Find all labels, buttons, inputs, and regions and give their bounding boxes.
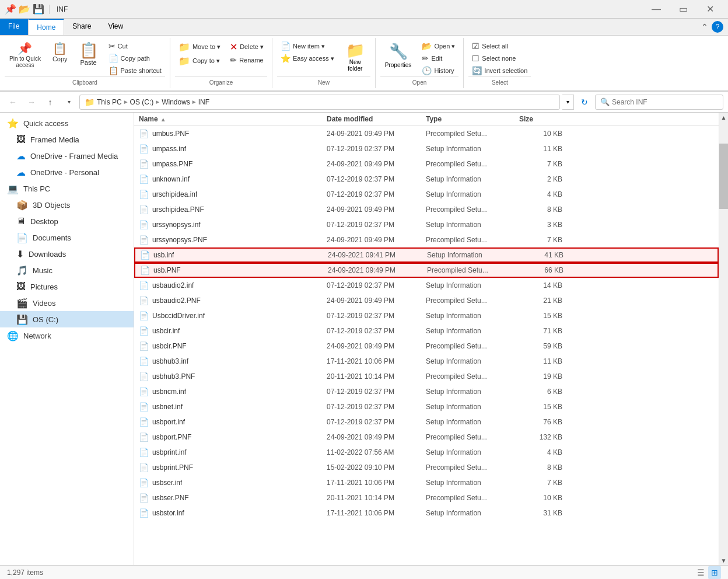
table-row[interactable]: 📄usbport.PNF24-09-2021 09:49 PMPrecompil… [134, 430, 719, 445]
table-row[interactable]: 📄usbser.inf17-11-2021 10:06 PMSetup Info… [134, 475, 719, 490]
select-none-button[interactable]: ☐ Select none [468, 53, 531, 64]
address-path[interactable]: 📁 This PC ► OS (C:) ► Windows ► INF [79, 95, 560, 110]
history-button[interactable]: 🕒 History [418, 65, 459, 76]
delete-button[interactable]: ✕ Delete ▾ [226, 40, 267, 54]
table-row[interactable]: 📄unknown.inf07-12-2019 02:37 PMSetup Inf… [134, 172, 719, 187]
sidebar-item-os-c[interactable]: 💾 OS (C:) [0, 311, 134, 327]
tab-home[interactable]: Home [28, 19, 64, 35]
close-button[interactable]: ✕ [696, 0, 723, 19]
path-inf[interactable]: INF [198, 98, 209, 106]
col-header-size[interactable]: Size [519, 115, 572, 123]
table-row[interactable]: 📄usbprint.PNF15-02-2022 09:10 PMPrecompi… [134, 460, 719, 475]
table-row[interactable]: 📄urssynopsys.inf07-12-2019 02:37 PMSetup… [134, 217, 719, 232]
up-button[interactable]: ↑ [42, 94, 58, 110]
table-row[interactable]: 📄urschipidea.PNF24-09-2021 09:49 PMPreco… [134, 202, 719, 217]
table-row[interactable]: 📄usbnet.inf07-12-2019 02:37 PMSetup Info… [134, 399, 719, 414]
table-row[interactable]: 📄UsbccidDriver.inf07-12-2019 02:37 PMSet… [134, 308, 719, 323]
select-all-button[interactable]: ☑ Select all [468, 40, 531, 52]
path-this-pc[interactable]: This PC [97, 98, 122, 106]
paste-shortcut-button[interactable]: 📋 Paste shortcut [105, 65, 165, 76]
pin-quick-access-button[interactable]: 📌 Pin to Quickaccess [5, 40, 46, 71]
path-windows[interactable]: Windows [162, 98, 190, 106]
sidebar-item-music[interactable]: 🎵 Music [0, 262, 134, 278]
details-view-button[interactable]: ☰ [694, 566, 707, 579]
file-size-cell: 10 KB [519, 494, 572, 502]
recent-locations-button[interactable]: ▾ [61, 94, 77, 110]
sidebar-item-videos[interactable]: 🎬 Videos [0, 295, 134, 311]
easy-access-button[interactable]: ⭐ Easy access ▾ [277, 53, 338, 64]
copy-path-button[interactable]: 📄 Copy path [105, 53, 165, 64]
scroll-up-button[interactable]: ▲ [719, 113, 728, 122]
refresh-button[interactable]: ↻ [576, 94, 593, 110]
table-row[interactable]: 📄usbhub3.inf17-11-2021 10:06 PMSetup Inf… [134, 354, 719, 369]
table-row[interactable]: 📄urssynopsys.PNF24-09-2021 09:49 PMPreco… [134, 232, 719, 247]
invert-selection-button[interactable]: 🔄 Invert selection [468, 65, 531, 76]
copy-to-button[interactable]: 📁 Copy to ▾ [175, 54, 224, 68]
sidebar-item-onedrive-framed[interactable]: ☁ OneDrive - Framed Media [0, 148, 134, 164]
table-row[interactable]: 📄usb.PNF24-09-2021 09:49 PMPrecompiled S… [134, 263, 719, 278]
forward-button[interactable]: → [23, 94, 40, 110]
minimize-button[interactable]: — [643, 0, 670, 19]
table-row[interactable]: 📄usbcir.inf07-12-2019 02:37 PMSetup Info… [134, 323, 719, 339]
search-input[interactable] [612, 98, 718, 106]
table-row[interactable]: 📄usbhub3.PNF20-11-2021 10:14 PMPrecompil… [134, 369, 719, 384]
new-item-button[interactable]: 📄 New item ▾ [277, 40, 338, 52]
table-row[interactable]: 📄umbus.PNF24-09-2021 09:49 PMPrecompiled… [134, 126, 719, 141]
table-row[interactable]: 📄usbaudio2.PNF24-09-2021 09:49 PMPrecomp… [134, 293, 719, 308]
list-view-button[interactable]: ⊞ [708, 566, 721, 579]
table-row[interactable]: 📄usb.inf24-09-2021 09:41 PMSetup Informa… [134, 247, 719, 263]
ribbon-group-select: ☑ Select all ☐ Select none 🔄 Invert sele… [464, 38, 536, 88]
chevron-up-icon[interactable]: ⌃ [701, 22, 708, 32]
table-row[interactable]: 📄usbstor.inf17-11-2021 10:06 PMSetup Inf… [134, 505, 719, 521]
tab-view[interactable]: View [100, 19, 132, 35]
path-dropdown[interactable]: ▾ [562, 95, 574, 110]
table-row[interactable]: 📄usbprint.inf11-02-2022 07:56 AMSetup In… [134, 445, 719, 460]
address-dropdown-button[interactable]: ▾ [562, 95, 574, 110]
path-os-c[interactable]: OS (C:) [130, 98, 154, 106]
sidebar-item-onedrive-personal[interactable]: ☁ OneDrive - Personal [0, 164, 134, 180]
sidebar-label-downloads: Downloads [29, 250, 66, 259]
sidebar-item-network[interactable]: 🌐 Network [0, 327, 134, 344]
scroll-track[interactable] [719, 122, 728, 556]
table-row[interactable]: 📄urschipidea.inf07-12-2019 02:37 PMSetup… [134, 187, 719, 202]
sidebar-item-downloads[interactable]: ⬇ Downloads [0, 246, 134, 262]
move-to-button[interactable]: 📁 Move to ▾ [175, 40, 224, 54]
properties-button[interactable]: 🔧 Properties [380, 40, 416, 71]
tab-file[interactable]: File [0, 19, 28, 35]
sidebar-item-3d-objects[interactable]: 📦 3D Objects [0, 197, 134, 213]
table-row[interactable]: 📄usbncm.inf07-12-2019 02:37 PMSetup Info… [134, 384, 719, 399]
table-row[interactable]: 📄umpass.PNF24-09-2021 09:49 PMPrecompile… [134, 156, 719, 172]
file-size-cell: 4 KB [519, 448, 572, 456]
col-header-date[interactable]: Date modified [327, 115, 426, 123]
col-header-type[interactable]: Type [426, 115, 519, 123]
sidebar-item-this-pc[interactable]: 💻 This PC [0, 180, 134, 197]
scroll-thumb[interactable] [719, 144, 728, 208]
help-icon[interactable]: ? [712, 21, 723, 33]
sidebar-item-quick-access[interactable]: ⭐ Quick access [0, 115, 134, 131]
sidebar-item-pictures[interactable]: 🖼 Pictures [0, 278, 134, 295]
new-folder-button[interactable]: 📁 Newfolder [340, 40, 370, 74]
sidebar-item-documents[interactable]: 📄 Documents [0, 229, 134, 246]
table-row[interactable]: 📄usbaudio2.inf07-12-2019 02:37 PMSetup I… [134, 278, 719, 293]
col-header-name[interactable]: Name ▲ [134, 115, 327, 123]
table-row[interactable]: 📄usbport.inf07-12-2019 02:37 PMSetup Inf… [134, 414, 719, 430]
tab-share[interactable]: Share [64, 19, 100, 35]
open-button[interactable]: 📂 Open ▾ [418, 40, 459, 52]
copy-button[interactable]: 📋 Copy [48, 40, 72, 65]
file-name-cell: 📄usbcir.inf [134, 326, 327, 336]
right-scrollbar[interactable]: ▲ ▼ [719, 113, 728, 565]
cut-button[interactable]: ✂ Cut [105, 40, 165, 52]
rename-button[interactable]: ✏ Rename [226, 54, 267, 66]
sidebar-item-framed-media[interactable]: 🖼 Framed Media [0, 131, 134, 148]
maximize-button[interactable]: ▭ [670, 0, 696, 19]
scroll-down-button[interactable]: ▼ [719, 556, 728, 565]
file-type-cell: Precompiled Setu... [426, 130, 519, 138]
table-row[interactable]: 📄umpass.inf07-12-2019 02:37 PMSetup Info… [134, 141, 719, 156]
file-type-cell: Precompiled Setu... [426, 372, 519, 381]
table-row[interactable]: 📄usbser.PNF20-11-2021 10:14 PMPrecompile… [134, 490, 719, 505]
sidebar-item-desktop[interactable]: 🖥 Desktop [0, 213, 134, 229]
edit-button[interactable]: ✏ Edit [418, 53, 459, 64]
paste-button[interactable]: 📋 Paste [75, 40, 103, 68]
back-button[interactable]: ← [5, 94, 21, 110]
table-row[interactable]: 📄usbcir.PNF24-09-2021 09:49 PMPrecompile… [134, 339, 719, 354]
